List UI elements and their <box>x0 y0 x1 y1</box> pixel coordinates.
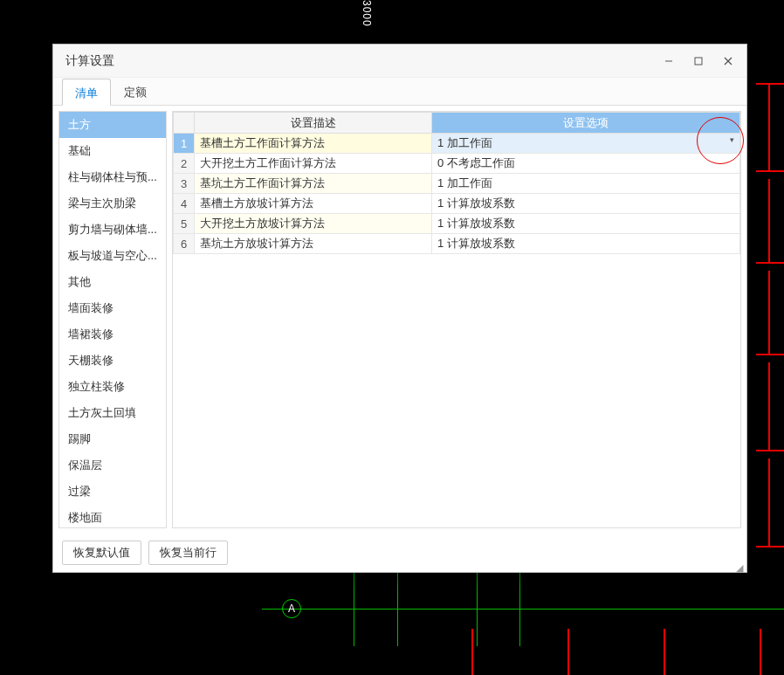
cad-line <box>756 354 784 355</box>
setting-option[interactable]: 0 不考虑工作面 <box>432 154 740 174</box>
table-row[interactable]: 2 大开挖土方工作面计算方法 0 不考虑工作面 <box>174 154 740 174</box>
resize-grip-icon[interactable]: ◢ <box>736 565 743 570</box>
cad-axis-line <box>477 572 478 646</box>
cad-line <box>760 629 761 675</box>
minimize-button[interactable] <box>654 49 684 73</box>
maximize-button[interactable] <box>684 49 713 73</box>
cad-line <box>664 629 665 675</box>
svg-line-2 <box>725 58 732 65</box>
sidebar-item-foundation[interactable]: 基础 <box>59 138 166 164</box>
tab-bar: 清单 定额 <box>53 78 746 106</box>
cad-line <box>356 0 784 2</box>
cad-line <box>756 83 784 85</box>
table-row[interactable]: 3 基坑土方工作面计算方法 1 加工作面 <box>174 174 740 194</box>
column-rownum[interactable] <box>174 113 195 134</box>
axis-marker-a: A <box>282 599 301 618</box>
sidebar-item-wall-finish[interactable]: 墙面装修 <box>59 295 166 321</box>
sidebar-item-floor[interactable]: 楼地面 <box>59 505 166 528</box>
sidebar-item-lintel[interactable]: 过梁 <box>59 479 166 505</box>
cad-axis-line <box>354 572 354 646</box>
cad-line <box>756 450 784 451</box>
table-row[interactable]: 4 基槽土方放坡计算方法 1 计算放坡系数 <box>174 194 740 214</box>
cad-line <box>768 83 770 170</box>
table-row[interactable]: 6 基坑土方放坡计算方法 1 计算放坡系数 <box>174 234 740 254</box>
sidebar-item-wainscot[interactable]: 墙裙装修 <box>59 321 166 348</box>
category-sidebar[interactable]: 土方 基础 柱与砌体柱与预... 梁与主次肋梁 剪力墙与砌体墙... 板与坡道与… <box>58 111 167 528</box>
setting-option-dropdown[interactable]: 1 加工作面▾ <box>432 134 740 154</box>
maximize-icon <box>694 57 703 65</box>
annotation-circle <box>697 117 744 164</box>
sidebar-item-shearwall[interactable]: 剪力墙与砌体墙... <box>59 217 166 243</box>
sidebar-item-column[interactable]: 柱与砌体柱与预... <box>59 164 166 190</box>
sidebar-item-insulation[interactable]: 保温层 <box>59 452 166 479</box>
setting-option[interactable]: 1 计算放坡系数 <box>432 194 740 214</box>
sidebar-item-isolated-column[interactable]: 独立柱装修 <box>59 374 166 400</box>
table-row[interactable]: 1 基槽土方工作面计算方法 1 加工作面▾ <box>174 134 740 154</box>
cad-line <box>457 0 459 44</box>
dialog-footer: 恢复默认值 恢复当前行 <box>53 534 746 572</box>
close-icon <box>724 57 732 65</box>
setting-option[interactable]: 1 加工作面 <box>432 174 740 194</box>
column-description[interactable]: 设置描述 <box>195 113 432 134</box>
column-option[interactable]: 设置选项 <box>432 113 740 134</box>
setting-option[interactable]: 1 计算放坡系数 <box>432 214 740 234</box>
cad-line <box>768 271 770 354</box>
settings-grid: 设置描述 设置选项 1 基槽土方工作面计算方法 1 加工作面▾ 2 大开挖土方工… <box>172 111 741 528</box>
setting-option[interactable]: 1 计算放坡系数 <box>432 234 740 254</box>
row-number[interactable]: 4 <box>174 194 195 214</box>
setting-description: 基坑土方工作面计算方法 <box>195 174 432 194</box>
cad-line <box>410 637 784 639</box>
cad-line <box>756 262 784 264</box>
setting-description: 大开挖土方工作面计算方法 <box>195 154 432 174</box>
sidebar-item-skirting[interactable]: 踢脚 <box>59 426 166 452</box>
dialog-title: 计算设置 <box>65 53 654 69</box>
sidebar-item-other[interactable]: 其他 <box>59 269 166 295</box>
calculation-settings-dialog: 计算设置 清单 定额 土方 基础 柱与砌体柱与预... 梁与主次肋梁 剪力墙与砌… <box>52 44 747 573</box>
svg-line-3 <box>725 58 732 65</box>
sidebar-item-earthwork[interactable]: 土方 <box>59 112 166 138</box>
setting-description: 基槽土方工作面计算方法 <box>195 134 432 154</box>
sidebar-item-backfill[interactable]: 土方灰土回填 <box>59 400 166 426</box>
row-number[interactable]: 1 <box>174 134 195 154</box>
table-row[interactable]: 5 大开挖土方放坡计算方法 1 计算放坡系数 <box>174 214 740 234</box>
tab-quota[interactable]: 定额 <box>111 78 160 105</box>
cad-line <box>567 629 569 675</box>
tab-bill[interactable]: 清单 <box>62 79 111 106</box>
setting-description: 基槽土方放坡计算方法 <box>195 194 432 214</box>
cad-line <box>768 179 770 262</box>
setting-description: 基坑土方放坡计算方法 <box>195 234 432 254</box>
dialog-titlebar[interactable]: 计算设置 <box>53 45 746 78</box>
setting-description: 大开挖土方放坡计算方法 <box>195 214 432 234</box>
cad-axis-line <box>262 609 784 610</box>
cad-line <box>356 0 358 44</box>
sidebar-item-beam[interactable]: 梁与主次肋梁 <box>59 190 166 217</box>
svg-rect-1 <box>695 58 702 65</box>
cad-axis-line <box>397 572 398 646</box>
minimize-icon <box>664 57 673 65</box>
cad-line <box>457 571 459 675</box>
dimension-label: 3000 <box>361 0 373 27</box>
row-number[interactable]: 2 <box>174 154 195 174</box>
row-number[interactable]: 6 <box>174 234 195 254</box>
cad-line <box>756 170 784 172</box>
cad-axis-line <box>519 572 520 646</box>
close-button[interactable] <box>713 49 743 73</box>
restore-row-button[interactable]: 恢复当前行 <box>148 541 228 565</box>
row-number[interactable]: 3 <box>174 174 195 194</box>
cad-line <box>768 362 770 450</box>
row-number[interactable]: 5 <box>174 214 195 234</box>
restore-defaults-button[interactable]: 恢复默认值 <box>62 541 141 565</box>
sidebar-item-ceiling[interactable]: 天棚装修 <box>59 348 166 374</box>
cad-line <box>768 458 770 546</box>
cad-line <box>471 629 473 675</box>
sidebar-item-slab[interactable]: 板与坡道与空心... <box>59 243 166 269</box>
cad-line <box>576 571 578 675</box>
cad-line <box>756 546 784 548</box>
